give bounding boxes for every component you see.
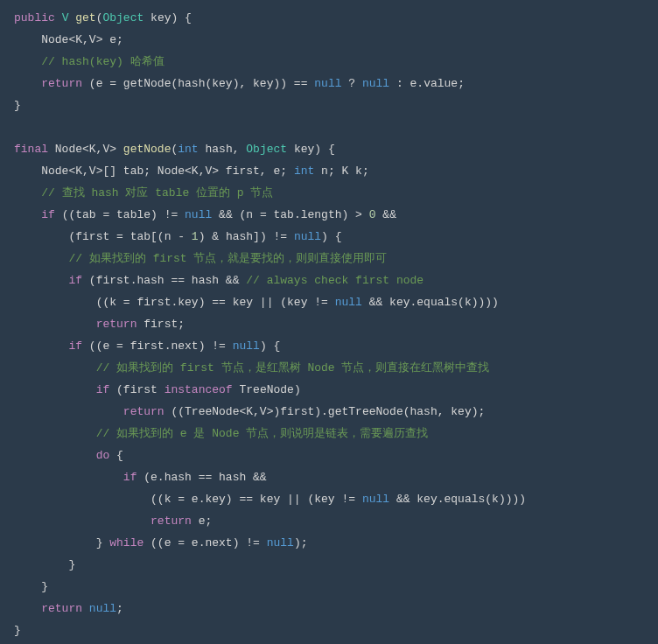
keyword-if: if — [123, 471, 137, 484]
text: } — [14, 99, 21, 112]
text: ((e = first.next) != — [82, 340, 233, 353]
keyword-null: null — [294, 230, 321, 243]
text: first; — [136, 318, 185, 331]
text: && — [376, 208, 396, 221]
keyword-return: return — [123, 405, 164, 418]
method-getnode: getNode — [123, 143, 172, 156]
text: ) { — [260, 340, 280, 353]
comment: // 如果找到的 e 是 Node 节点，则说明是链表，需要遍历查找 — [96, 427, 429, 440]
text: } — [96, 536, 110, 550]
text: : e.value; — [389, 77, 465, 90]
text — [82, 602, 89, 615]
type-object: Object — [246, 143, 287, 156]
keyword-return: return — [150, 514, 192, 528]
keyword-if: if — [96, 383, 110, 396]
text: } — [14, 624, 21, 637]
keyword-final: final — [14, 143, 48, 156]
text: hash, — [199, 143, 247, 156]
text: e; — [192, 514, 212, 528]
keyword-null: null — [185, 208, 212, 221]
keyword-null: null — [314, 77, 341, 90]
text: Node<K,V> e; — [41, 33, 123, 46]
keyword-instanceof: instanceof — [164, 383, 233, 396]
text: key) { — [144, 11, 192, 24]
keyword-do: do — [96, 449, 110, 462]
keyword-null: null — [89, 602, 116, 615]
comment: // hash(key) 哈希值 — [41, 55, 164, 68]
text: n; K k; — [314, 164, 368, 178]
text: TreeNode) — [233, 383, 301, 396]
text: Node<K,V>[] tab; Node<K,V> first, e; — [41, 164, 294, 178]
keyword-null: null — [362, 493, 389, 506]
text: Node<K,V> — [48, 143, 123, 156]
type-object: Object — [102, 11, 144, 24]
comment: // 如果找到的 first 节点，是红黑树 Node 节点，则直接在红黑树中查… — [96, 361, 490, 374]
keyword-null: null — [362, 77, 389, 90]
keyword-if: if — [41, 208, 55, 221]
text: key) { — [287, 143, 335, 156]
keyword-return: return — [96, 318, 137, 331]
keyword-int: int — [294, 164, 314, 178]
keyword-null: null — [233, 340, 260, 353]
text: (e.hash == hash && — [136, 471, 266, 484]
keyword-while: while — [109, 536, 144, 550]
text: ; — [116, 602, 123, 615]
text: { — [109, 449, 123, 462]
text: ); — [294, 536, 308, 550]
keyword-if: if — [68, 274, 82, 287]
text: (first — [109, 383, 164, 396]
text: (e = getNode(hash(key), key)) == — [82, 77, 314, 90]
text: ) & hash]) != — [199, 230, 294, 243]
text: ? — [342, 77, 362, 90]
keyword-public: public — [14, 11, 55, 24]
keyword-null: null — [267, 536, 294, 550]
text: (first = tab[(n - — [68, 230, 191, 243]
text: ((k = first.key) == key || (key != — [96, 296, 335, 309]
text: ((e = e.next) != — [144, 536, 266, 550]
keyword-int: int — [178, 143, 198, 156]
method-get: get — [75, 11, 95, 24]
keyword-if: if — [68, 340, 82, 353]
number: 1 — [192, 230, 199, 243]
text: && key.equals(k)))) — [389, 493, 526, 506]
comment: // 如果找到的 first 节点，就是要找的，则则直接使用即可 — [68, 252, 387, 265]
keyword-return: return — [41, 602, 82, 615]
keyword-null: null — [335, 296, 362, 309]
code-block: public V get(Object key) { Node<K,V> e; … — [14, 7, 644, 641]
comment: // 查找 hash 对应 table 位置的 p 节点 — [41, 186, 273, 200]
text: } — [41, 580, 48, 593]
keyword-return: return — [41, 77, 82, 90]
type-v: V — [62, 11, 69, 24]
text: ((k = e.key) == key || (key != — [150, 493, 362, 506]
number: 0 — [369, 208, 376, 221]
text: ((TreeNode<K,V>)first).getTreeNode(hash,… — [164, 405, 486, 418]
text: ) { — [321, 230, 341, 243]
text: && (n = tab.length) > — [212, 208, 368, 221]
text: (first.hash == hash && — [82, 274, 246, 287]
text: } — [68, 558, 75, 571]
text: ((tab = table) != — [55, 208, 185, 221]
text: && key.equals(k)))) — [362, 296, 499, 309]
comment: // always check first node — [246, 274, 424, 287]
